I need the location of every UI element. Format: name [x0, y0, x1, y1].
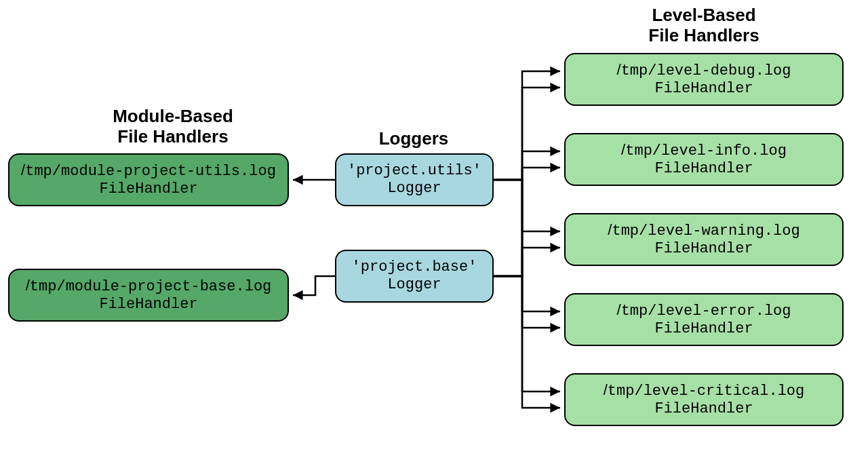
- level-handler-path: tmp/level-info.log: [625, 142, 787, 159]
- module-handler-path: /tmp/module-project-utils.log: [21, 161, 276, 180]
- level-handler-path: tmp/level-warning.log: [612, 223, 800, 240]
- arrow-base-to-critical: [494, 276, 560, 408]
- level-handler-type: FileHandler: [654, 320, 753, 338]
- arrow-base-to-module-base: [293, 276, 335, 295]
- heading-level-handlers: Level-Based File Handlers: [616, 5, 792, 46]
- module-handler-utils: /tmp/module-project-utils.log FileHandle…: [8, 153, 289, 206]
- logger-project-utils: 'project.utils' Logger: [335, 153, 494, 206]
- heading-loggers: Loggers: [366, 129, 461, 149]
- module-handler-type: FileHandler: [99, 296, 197, 313]
- arrow-base-to-error: [494, 276, 560, 328]
- arrow-utils-to-info: [494, 151, 560, 180]
- logger-project-base: 'project.base' Logger: [335, 250, 494, 303]
- level-handler-path: tmp/level-critical.log: [608, 383, 804, 400]
- module-handler-path-text: tmp/module-project-utils.log: [25, 163, 276, 180]
- level-handler-error: /tmp/level-error.log FileHandler: [564, 293, 844, 346]
- module-handler-type: FileHandler: [99, 180, 197, 198]
- logger-type: Logger: [387, 276, 441, 294]
- arrow-base-to-debug: [494, 88, 560, 276]
- diagram-canvas: Module-Based File Handlers Loggers Level…: [0, 0, 868, 458]
- level-handler-warning: /tmp/level-warning.log FileHandler: [564, 213, 844, 266]
- level-handler-type: FileHandler: [654, 80, 753, 98]
- logger-name: 'project.base': [352, 259, 477, 276]
- level-handler-critical: /tmp/level-critical.log FileHandler: [564, 373, 844, 426]
- heading-module-handlers: Module-Based File Handlers: [85, 107, 261, 147]
- logger-type: Logger: [387, 180, 441, 197]
- arrow-utils-to-warning: [494, 180, 560, 231]
- level-handler-type: FileHandler: [654, 160, 753, 178]
- level-handler-type: FileHandler: [654, 400, 753, 418]
- arrow-base-to-warning: [494, 248, 560, 276]
- module-handler-path-text: tmp/module-project-base.log: [30, 278, 271, 295]
- arrow-base-to-info: [494, 168, 560, 276]
- level-handler-info: /tmp/level-info.log FileHandler: [564, 133, 844, 186]
- arrow-utils-to-critical: [494, 180, 560, 392]
- module-handler-base: /tmp/module-project-base.log FileHandler: [8, 269, 289, 322]
- level-handler-path: tmp/level-error.log: [621, 303, 791, 320]
- arrow-utils-to-error: [494, 180, 560, 311]
- arrow-utils-to-debug: [494, 71, 560, 180]
- logger-name: 'project.utils': [347, 162, 481, 180]
- level-handler-path: tmp/level-debug.log: [621, 62, 791, 79]
- level-handler-type: FileHandler: [654, 240, 753, 258]
- module-handler-path: /tmp/module-project-base.log: [26, 277, 272, 296]
- level-handler-debug: /tmp/level-debug.log FileHandler: [564, 53, 844, 106]
